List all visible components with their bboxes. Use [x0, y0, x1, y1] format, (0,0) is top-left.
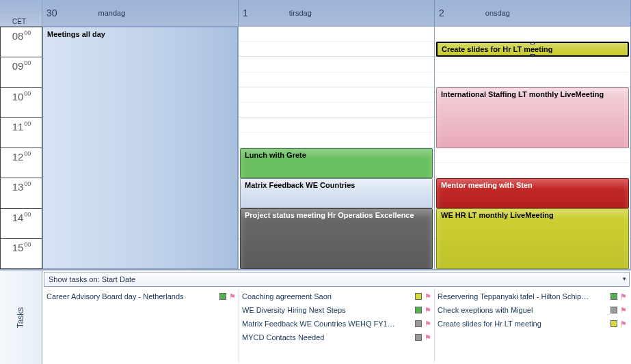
event-title: Project status meeting Hr Operatios Exce…: [245, 211, 414, 219]
chevron-down-icon[interactable]: ▾: [623, 275, 626, 282]
day-name: mandag: [98, 9, 126, 17]
tasks-col-tue: Coaching agreement SaoriWE Diversity Hir…: [239, 288, 435, 363]
hour-label: 1300: [0, 178, 42, 208]
category-icon: [610, 320, 617, 327]
tasks-header[interactable]: Show tasks on: Start Date ▾: [44, 272, 630, 287]
day-num: 2: [439, 8, 444, 18]
task-row[interactable]: Create slides for Hr LT meeting: [438, 317, 627, 331]
flag-icon[interactable]: [620, 292, 627, 301]
task-row[interactable]: WE Diversity Hiring Next Steps: [242, 303, 431, 317]
day-num: 1: [243, 8, 248, 18]
flag-icon[interactable]: [425, 292, 431, 301]
tasks-side-label: Tasks: [0, 270, 42, 364]
flag-icon[interactable]: [425, 333, 431, 342]
day-num: 30: [46, 8, 57, 18]
task-row[interactable]: Matrix Feedback WE Countries WEHQ FY1…: [242, 317, 431, 331]
day-column-tue[interactable]: Lunch with Grete Matrix Feedback WE Coun…: [239, 26, 435, 269]
task-label: Matrix Feedback WE Countries WEHQ FY1…: [242, 320, 412, 328]
event-title: WE HR LT monthly LiveMeeting: [441, 211, 554, 219]
task-label: Career Advisory Board day - Netherlands: [46, 292, 217, 300]
category-icon: [610, 293, 617, 300]
resize-handle-icon[interactable]: [531, 54, 535, 57]
time-ruler: 0800 0900 1000 1100 1200 1300 1400 1500: [0, 26, 42, 269]
flag-icon[interactable]: [620, 306, 627, 315]
hour-label: 1400: [0, 209, 42, 239]
event-mentor[interactable]: Mentor meeting with Sten: [436, 178, 629, 208]
event-title: Meetings all day: [47, 30, 105, 38]
event-wehr[interactable]: WE HR LT monthly LiveMeeting: [436, 208, 629, 269]
event-allday[interactable]: Meetings all day: [42, 27, 238, 269]
day-header-mon[interactable]: 30 mandag: [42, 0, 239, 26]
category-icon: [219, 293, 226, 300]
event-title: Mentor meeting with Sten: [441, 181, 533, 189]
tz-header: CET: [0, 0, 42, 26]
event-lunch[interactable]: Lunch with Grete: [240, 148, 433, 178]
day-name: tirsdag: [289, 9, 312, 17]
task-label: Coaching agreement Saori: [242, 292, 412, 300]
hour-label: 0800: [0, 27, 42, 57]
hour-label: 1000: [0, 88, 42, 118]
event-title: Create slides for Hr LT meeting: [442, 45, 552, 53]
flag-icon[interactable]: [425, 320, 431, 328]
hour-label: 1500: [0, 239, 42, 269]
hour-label: 1200: [0, 148, 42, 178]
event-project[interactable]: Project status meeting Hr Operatios Exce…: [240, 208, 433, 269]
task-label: Reservering Teppanyaki tafel - Hilton Sc…: [438, 292, 608, 300]
tasks-header-label: Show tasks on: Start Date: [49, 275, 135, 283]
category-icon: [415, 320, 422, 327]
task-label: Check exeptions with Miguel: [438, 306, 608, 314]
task-row[interactable]: Reservering Teppanyaki tafel - Hilton Sc…: [438, 290, 627, 303]
event-title: International Staffing LT monthly LiveMe…: [441, 90, 604, 98]
day-column-mon[interactable]: Meetings all day: [42, 26, 239, 269]
task-row[interactable]: MYCD Contacts Needed: [242, 331, 431, 344]
hour-label: 1100: [0, 118, 42, 148]
hour-label: 0900: [0, 57, 42, 87]
resize-handle-icon[interactable]: [531, 42, 535, 44]
flag-icon[interactable]: [620, 320, 627, 328]
event-slides-selected[interactable]: Create slides for Hr LT meeting: [436, 42, 629, 57]
day-name: onsdag: [485, 9, 510, 17]
category-icon: [415, 307, 422, 313]
day-header-wed[interactable]: 2 onsdag: [435, 0, 631, 26]
day-header-row: CET 30 mandag 1 tirsdag 2 onsdag: [0, 0, 631, 26]
flag-icon[interactable]: [425, 306, 431, 315]
category-icon: [415, 334, 422, 341]
event-title: Lunch with Grete: [245, 151, 306, 159]
day-column-wed[interactable]: Create slides for Hr LT meeting Internat…: [435, 26, 631, 269]
task-row[interactable]: Check exeptions with Miguel: [438, 303, 627, 317]
task-label: MYCD Contacts Needed: [242, 333, 412, 341]
tasks-col-wed: Reservering Teppanyaki tafel - Hilton Sc…: [435, 288, 630, 363]
event-matrix[interactable]: Matrix Feedback WE Countries: [240, 178, 433, 208]
task-row[interactable]: Career Advisory Board day - Netherlands: [46, 290, 236, 303]
day-header-tue[interactable]: 1 tirsdag: [239, 0, 435, 26]
task-row[interactable]: Coaching agreement Saori: [242, 290, 431, 303]
category-icon: [610, 307, 617, 313]
event-title: Matrix Feedback WE Countries: [245, 181, 355, 189]
task-label: WE Diversity Hiring Next Steps: [242, 306, 412, 314]
event-intl-staffing[interactable]: International Staffing LT monthly LiveMe…: [436, 87, 629, 148]
flag-icon[interactable]: [229, 292, 236, 301]
task-label: Create slides for Hr LT meeting: [438, 320, 608, 328]
category-icon: [415, 293, 422, 300]
tasks-col-mon: Career Advisory Board day - Netherlands: [44, 288, 239, 363]
